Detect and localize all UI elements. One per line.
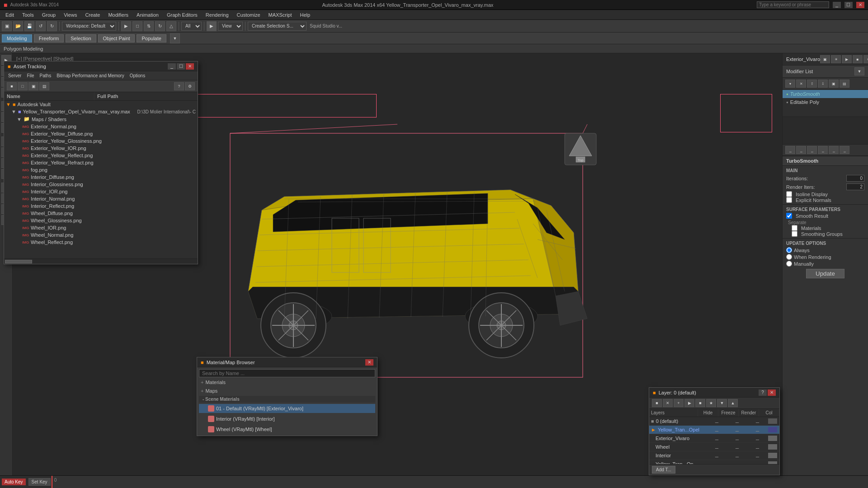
layers-tb8[interactable]: ▲	[728, 399, 738, 407]
rp-tool-delete[interactable]: ✕	[796, 80, 806, 88]
asset-window-buttons[interactable]: ⎯ ☐ ✕	[168, 63, 194, 70]
tree-img-4[interactable]: IMG Exterior_Yellow_IOR.png	[4, 145, 198, 152]
rp-icon-display[interactable]: ■	[853, 55, 863, 63]
asset-tree[interactable]: ▼ ■ Autodesk Vault ▼ ■ Yellow_Transporte…	[4, 101, 198, 258]
tab-more[interactable]: ▼	[170, 33, 180, 43]
rp-icon-light[interactable]: ☀	[831, 55, 841, 63]
asset-tb3[interactable]: ▣	[28, 82, 38, 90]
asset-tb4[interactable]: ▤	[39, 82, 49, 90]
menu-animation[interactable]: Animation	[133, 11, 162, 19]
modifier-list-dropdown[interactable]: ▼	[854, 67, 864, 75]
layer-row-default[interactable]: ■ 0 (default) ⚊ ⚊ ⚊	[649, 417, 779, 426]
minimize-button[interactable]: ⎯	[833, 2, 841, 8]
tree-img-17[interactable]: IMG Wheel_Reflect.png	[4, 239, 198, 246]
layers-tb6[interactable]: ★	[706, 399, 716, 407]
mat-maps-section[interactable]: + Maps	[199, 387, 375, 394]
tree-img-13[interactable]: IMG Wheel_Diffuse.png	[4, 210, 198, 217]
layer-row-wheel[interactable]: Wheel ⚊ ⚊ ⚊	[649, 443, 779, 451]
redo-button[interactable]: ↻	[47, 21, 57, 31]
modifier-turbosm[interactable]: ● TurboSmooth	[783, 90, 868, 98]
layers-tb3[interactable]: +	[674, 399, 684, 407]
menu-group[interactable]: Group	[38, 11, 60, 19]
tree-img-15[interactable]: IMG Wheel_IOR.png	[4, 224, 198, 231]
tree-img-11[interactable]: IMG Interior_Normal.png	[4, 195, 198, 202]
mat-scene-item-1[interactable]: 01 - Default (VRayMtl) [Exterior_Vivaro]	[199, 404, 375, 413]
rp-bt-1[interactable]: ⎯	[785, 146, 795, 154]
layers-tb7[interactable]: ▼	[717, 399, 727, 407]
scale-btn[interactable]: △	[166, 21, 176, 31]
tree-img-5[interactable]: IMG Exterior_Yellow_Reflect.png	[4, 152, 198, 159]
layers-tb5[interactable]: ■	[695, 399, 705, 407]
tab-selection[interactable]: Selection	[66, 34, 96, 42]
create-selection-dropdown[interactable]: Create Selection S...	[248, 22, 307, 31]
layers-window-buttons[interactable]: ? ✕	[759, 389, 776, 396]
ts-sg-check[interactable]	[792, 231, 797, 237]
new-button[interactable]: ▣	[2, 21, 12, 31]
menu-modifiers[interactable]: Modifiers	[104, 11, 132, 19]
asset-minimize[interactable]: ⎯	[168, 63, 176, 70]
tree-img-14[interactable]: IMG Wheel_Glossiness.png	[4, 217, 198, 224]
asset-menu-file[interactable]: File	[24, 73, 36, 79]
tab-modeling[interactable]: Modeling	[2, 34, 32, 42]
asset-menu-options[interactable]: Options	[127, 73, 147, 79]
mat-window-buttons[interactable]: ✕	[365, 359, 373, 366]
mat-search-input[interactable]	[199, 369, 375, 377]
layers-tb1[interactable]: ■	[652, 399, 662, 407]
layer-row-interior[interactable]: Interior ⚊ ⚊ ⚊	[649, 451, 779, 460]
ts-manually-radio[interactable]	[786, 261, 792, 267]
set-key-button[interactable]: Set Key	[28, 478, 51, 486]
move-btn[interactable]: ⇅	[144, 21, 154, 31]
ts-isoline-check[interactable]	[786, 191, 792, 197]
rp-bt-2[interactable]: ⎯	[796, 146, 806, 154]
rp-tool-copy[interactable]: ▣	[829, 80, 839, 88]
rp-bt-5[interactable]: ⎯	[829, 146, 839, 154]
asset-menu-bitmap[interactable]: Bitmap Performance and Memory	[54, 73, 127, 79]
menu-rendering[interactable]: Rendering	[202, 11, 232, 19]
mat-materials-section[interactable]: + Materials	[199, 379, 375, 386]
tab-object-paint[interactable]: Object Paint	[98, 34, 135, 42]
tree-max-file[interactable]: ▼ ■ Yellow_Transporter_Opel_Vivaro_max_v…	[4, 108, 198, 115]
rp-tool-down[interactable]: ⇩	[818, 80, 828, 88]
view-dropdown[interactable]: View	[218, 22, 243, 31]
rp-icon-util[interactable]: ⚙	[863, 55, 868, 63]
tree-img-3[interactable]: IMG Exterior_Yellow_Glossiness.png	[4, 137, 198, 145]
asset-help[interactable]: ?	[174, 82, 184, 90]
layers-content[interactable]: ■ 0 (default) ⚊ ⚊ ⚊ ► Yellow_Tran...Opel…	[649, 417, 779, 464]
layers-help[interactable]: ?	[759, 389, 767, 396]
layers-add-button[interactable]: Add T...	[652, 466, 675, 474]
mat-close[interactable]: ✕	[365, 359, 373, 366]
select-btn[interactable]: ▶	[121, 21, 131, 31]
ts-explicit-check[interactable]	[786, 197, 792, 203]
menu-customize[interactable]: Customize	[233, 11, 264, 19]
tree-img-7[interactable]: IMG fog.png	[4, 166, 198, 174]
layer-row-exterior[interactable]: Exterior_Vivaro ⚊ ⚊ ⚊	[649, 434, 779, 443]
modifier-epoly[interactable]: ● Editable Poly	[783, 98, 868, 106]
asset-tb2[interactable]: □	[18, 82, 28, 90]
search-input[interactable]	[757, 1, 829, 8]
rp-tool-paste[interactable]: ▤	[840, 80, 849, 88]
mat-scene-item-2[interactable]: Interior (VRayMtl) [Interior]	[199, 414, 375, 423]
menu-maxscript[interactable]: MAXScript	[265, 11, 296, 19]
tree-img-1[interactable]: IMG Exterior_Normal.png	[4, 123, 198, 130]
asset-tb1[interactable]: ■	[7, 82, 17, 90]
rp-bt-3[interactable]: ⎯	[807, 146, 817, 154]
layer-row-yellow[interactable]: ► Yellow_Tran...Opel ⚊ ⚊ ⚊	[649, 426, 779, 434]
rp-bt-4[interactable]: ⎯	[818, 146, 828, 154]
tree-vault[interactable]: ▼ ■ Autodesk Vault	[4, 101, 198, 108]
asset-menu-paths[interactable]: Paths	[38, 73, 54, 79]
tree-img-6[interactable]: IMG Exterior_Yellow_Refract.png	[4, 159, 198, 166]
rotate-btn[interactable]: ↻	[155, 21, 165, 31]
asset-menu-server[interactable]: Server	[6, 73, 24, 79]
layers-tb4[interactable]: ▶	[684, 399, 694, 407]
render-btn[interactable]: ▶	[207, 21, 217, 31]
tree-img-8[interactable]: IMG Interior_Diffuse.png	[4, 174, 198, 181]
asset-close[interactable]: ✕	[186, 63, 194, 70]
tree-img-10[interactable]: IMG Interior_IOR.png	[4, 188, 198, 195]
menu-help[interactable]: Help	[297, 11, 314, 19]
undo-button[interactable]: ↺	[36, 21, 46, 31]
tab-freeform[interactable]: Freeform	[34, 34, 64, 42]
menu-graph-editors[interactable]: Graph Editors	[163, 11, 201, 19]
ts-whenrendering-radio[interactable]	[786, 254, 792, 260]
tree-img-9[interactable]: IMG Interior_Glossiness.png	[4, 181, 198, 188]
asset-scroll-thumb[interactable]	[5, 260, 32, 263]
